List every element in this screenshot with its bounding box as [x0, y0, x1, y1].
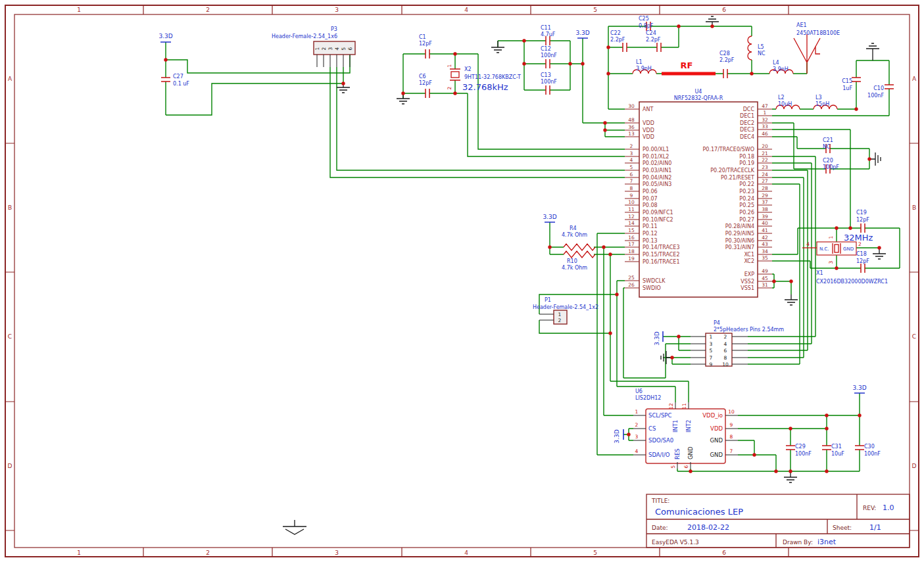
u4-pin-number: 33 [762, 124, 768, 129]
antenna-ae1[interactable] [794, 34, 820, 74]
junction-dot [627, 433, 630, 436]
u4-pin-number: 14 [628, 220, 635, 226]
titleblock-title-label: TITLE: [651, 498, 669, 504]
u4-pin-number: 27 [762, 178, 768, 184]
u4-pin-number: 39 [762, 214, 768, 220]
u4-pin-label: P0.02/AIN0 [643, 160, 671, 166]
u6-pin-number: 7 [730, 448, 733, 454]
net-flag-33d-3: 3.3D [543, 214, 556, 220]
u4-pin-label: P0.26 [739, 210, 754, 216]
l5-val: NC [758, 51, 766, 57]
junction-dot [677, 24, 680, 28]
c29-val: 100nF [795, 451, 812, 457]
u4-pin-number: 45 [762, 275, 768, 281]
p4-pin-number: 1 [710, 334, 713, 340]
net-flag-33d-2: 3.3D [575, 30, 589, 36]
net-flag-33d-5: 3.3D [654, 331, 660, 345]
u4-pin-number: 32 [762, 117, 768, 123]
frame-row-label: C [8, 333, 12, 340]
u4-pin-number: 18 [628, 248, 635, 254]
u6-pin-label: VDD_io [702, 412, 723, 419]
u6-pin-label: SCL/SPC [648, 412, 671, 419]
l4-val: 3.9nH [773, 66, 789, 72]
l1-ref: L1 [636, 59, 643, 65]
u4-pin-number: 34 [762, 248, 768, 254]
u4-pin-number: 47 [762, 103, 768, 109]
u4-pin-label: P0.21/RESET [721, 175, 754, 181]
junction-dot [615, 293, 618, 296]
c20-val: 100pF [823, 164, 839, 170]
p3-pin-number: 5 [341, 47, 347, 50]
x2-pin2: 2 [447, 86, 452, 89]
junction-dot [825, 427, 828, 430]
u4-pin-label: VDD [643, 134, 654, 140]
u4-pin-label: P0.23 [739, 189, 754, 195]
net-flag-33d-4: 3.3D [852, 385, 866, 391]
junction-dot [670, 356, 673, 359]
r10-val: 4.7k Ohm [562, 265, 587, 271]
u4-pin-label: P0.17/TRACE0/SWO [703, 147, 755, 152]
u4-pin-number: 48 [628, 117, 635, 123]
c1-val: 12pF [419, 41, 432, 47]
c29-ref: C29 [795, 444, 806, 450]
u4-pin-number: 1 [764, 110, 767, 116]
l4-ref: L4 [773, 60, 779, 66]
junction-dot [825, 413, 828, 417]
frame-col-label: 4 [464, 7, 468, 13]
u4-pin-label: P0.03/AIN1 [643, 168, 671, 174]
junction-dot [608, 252, 612, 256]
junction-dot [789, 279, 792, 283]
u4-pin-number: 25 [628, 275, 635, 281]
u4-pin-number: 11 [628, 206, 635, 212]
u4-pin-label: P0.18 [739, 154, 754, 160]
p1-ref: P1 [545, 297, 551, 303]
u4-pin-label: VDD [643, 128, 654, 133]
u4-pin-label: P0.04/AIN2 [643, 175, 671, 181]
net-flag-33d-1: 3.3D [158, 33, 172, 39]
junction-dot [581, 62, 584, 65]
u4-pin-label: P0.14/TRACE3 [643, 245, 680, 250]
u4-pin-label: DCC [743, 106, 755, 112]
junction-dot [341, 82, 345, 85]
frame-row-label: D [912, 463, 917, 469]
schematic-sheet: 3.3D 3.3D 3.3D 3.3D 3.3D 3.3D RF C27 0.1… [0, 0, 924, 562]
junction-dot [608, 331, 612, 335]
junction-dot [835, 266, 838, 269]
c22-ref: C22 [610, 30, 621, 36]
u4-pin-number: 36 [628, 124, 635, 130]
c22-val: 2.2pF [610, 37, 625, 43]
junction-dot [689, 469, 692, 473]
x1-nc-label: N.C. [819, 246, 829, 252]
u4-pin-label: P0.07 [643, 196, 658, 202]
u4-pin-number: 26 [628, 282, 635, 288]
rf-net-label: RF [681, 60, 693, 70]
crystal-x2[interactable] [450, 69, 460, 80]
u4-pin-label: VSS1 [741, 285, 754, 291]
x1-pin2: 2 [858, 241, 862, 247]
frame-row-label: C [912, 333, 916, 340]
inductor-l5 [748, 36, 752, 60]
gnd-sheet-flag [283, 520, 306, 534]
u4-pin-label: XC1 [744, 252, 754, 258]
u4-pin-label: P0.13 [643, 238, 658, 244]
u4-pin-number: 28 [762, 185, 768, 191]
u4-pin-label: P0.16/TRACE1 [643, 259, 680, 265]
junction-dot [606, 45, 610, 49]
r10-ref: R10 [567, 258, 577, 264]
component-boxes[interactable] [314, 41, 856, 463]
x2-part: 9HT11-32.768KBZC-T [464, 74, 521, 80]
c19-val: 12pF [856, 217, 869, 223]
u4-pin-label: P0.05/AIN3 [643, 181, 671, 187]
c13-val: 100nF [541, 79, 557, 85]
u4-pin-number: 13 [628, 131, 635, 137]
u4-pin-label: P0.19 [739, 160, 754, 166]
x1-gnd-label: GND [843, 246, 854, 252]
u4-pin-label: ANT [643, 106, 653, 112]
u4-pin-number: 46 [762, 131, 768, 137]
junction-dot [522, 62, 525, 65]
symbols-layer[interactable] [161, 22, 894, 450]
net-flag-33d-6: 3.3D [614, 429, 620, 443]
titleblock-rev-label: REV: [863, 505, 876, 511]
c18-ref: C18 [856, 251, 867, 257]
u6-pin-label: SDA/I/O [648, 452, 670, 458]
